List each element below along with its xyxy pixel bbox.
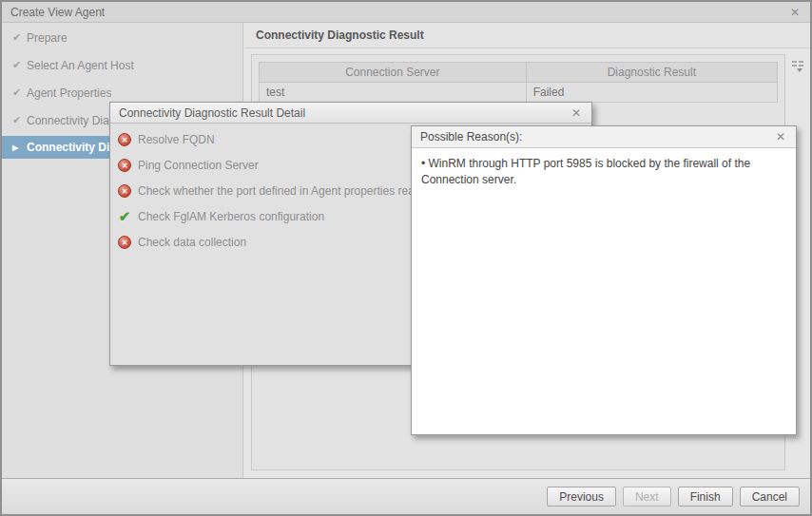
reasons-dialog-close-icon[interactable]: ✕ (773, 129, 788, 144)
step-check-icon: ✔ (2, 114, 27, 126)
cell-diagnostic-result: Failed (526, 83, 777, 103)
window-title: Create View Agent (2, 6, 105, 19)
step-label: Connectivity Diagr (27, 114, 119, 127)
table-customizer-icon[interactable] (790, 59, 805, 74)
status-passed-icon: ✔ (118, 210, 131, 223)
status-failed-icon: ✕ (118, 236, 131, 249)
column-header-diagnostic-result[interactable]: Diagnostic Result (526, 63, 777, 83)
next-button[interactable]: Next (623, 487, 671, 506)
detail-dialog-titlebar: Connectivity Diagnostic Result Detail ✕ (110, 103, 591, 124)
reasons-dialog-title: Possible Reason(s): (412, 130, 522, 143)
status-failed-icon: ✕ (118, 133, 131, 146)
window-close-icon[interactable]: ✕ (787, 5, 802, 20)
step-check-icon: ✔ (2, 86, 27, 99)
cancel-button[interactable]: Cancel (740, 487, 800, 506)
wizard-buttons: Previous Next Finish Cancel (547, 487, 800, 506)
check-label: Ping Connection Server (138, 159, 259, 172)
column-header-connection-server[interactable]: Connection Server (260, 63, 527, 83)
reasons-dialog-titlebar: Possible Reason(s): ✕ (412, 126, 796, 148)
section-title: Connectivity Diagnostic Result (244, 23, 810, 48)
footer-bar: Previous Next Finish Cancel (2, 478, 810, 514)
sidebar-step-select-agent-host[interactable]: ✔ Select An Agent Host (2, 51, 242, 79)
table-row[interactable]: test Failed (260, 83, 778, 103)
step-label: Select An Agent Host (27, 59, 134, 72)
detail-dialog-close-icon[interactable]: ✕ (569, 105, 584, 121)
create-view-agent-window: Create View Agent ✕ ✔ Prepare ✔ Select A… (0, 0, 812, 516)
check-label: Resolve FQDN (138, 133, 215, 146)
finish-button[interactable]: Finish (678, 487, 733, 506)
possible-reasons-dialog: Possible Reason(s): ✕ • WinRM through HT… (411, 125, 797, 435)
diagnostic-result-table: Connection Server Diagnostic Result test… (259, 62, 778, 103)
step-label: Connectivity Dia (27, 141, 116, 154)
sidebar-step-prepare[interactable]: ✔ Prepare (2, 24, 242, 51)
step-arrow-icon: ▶ (2, 143, 27, 152)
previous-button[interactable]: Previous (547, 487, 616, 506)
step-label: Agent Properties (27, 86, 111, 100)
status-failed-icon: ✕ (118, 159, 131, 172)
check-label: Check data collection (138, 236, 246, 249)
status-failed-icon: ✕ (118, 184, 131, 198)
check-label: Check FglAM Kerberos configuration (138, 210, 324, 223)
step-check-icon: ✔ (2, 31, 27, 44)
step-label: Prepare (27, 31, 68, 45)
reason-text: • WinRM through HTTP port 5985 is blocke… (412, 148, 796, 196)
window-titlebar: Create View Agent ✕ (2, 2, 810, 23)
cell-connection-server: test (260, 83, 527, 103)
step-check-icon: ✔ (2, 59, 27, 71)
check-label: Check whether the port defined in Agent … (138, 184, 448, 198)
detail-dialog-title: Connectivity Diagnostic Result Detail (110, 106, 305, 120)
